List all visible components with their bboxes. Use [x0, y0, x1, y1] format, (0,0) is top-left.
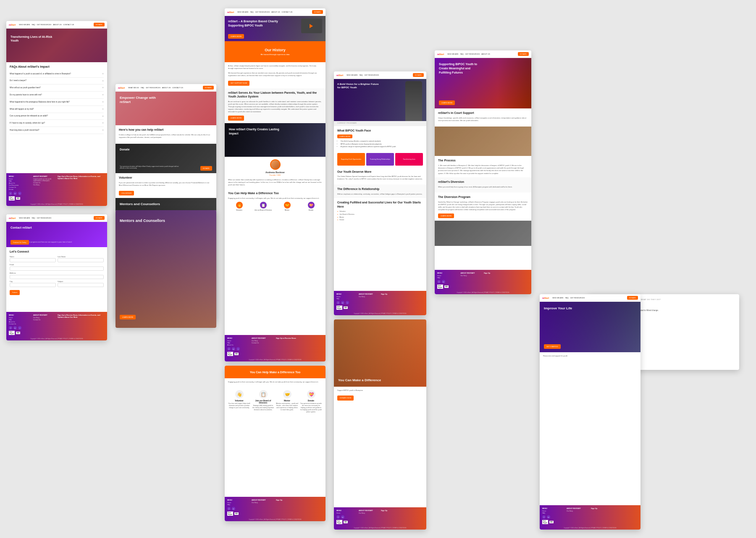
nav-about[interactable]: ABOUT US [53, 24, 61, 26]
footer-contact[interactable]: Contact Us [9, 187, 32, 188]
address-input[interactable] [10, 275, 104, 279]
video-thumbnail[interactable] [301, 18, 322, 33]
fb-icon-10[interactable]: f [336, 515, 340, 519]
ig-icon-4[interactable]: in [232, 347, 235, 351]
twitter-icon[interactable]: t [18, 192, 21, 195]
diversion-learn-btn[interactable]: LEARN MORE [438, 214, 454, 219]
mentor-icon-label: Mentor [276, 209, 298, 211]
ig-icon-10[interactable]: in [341, 515, 344, 519]
tw-icon-5[interactable]: t [346, 301, 349, 304]
nav-donate-btn-2[interactable]: DONATE [94, 216, 105, 220]
tw-icon-4[interactable]: t [236, 347, 240, 351]
nav-donate-btn-4[interactable]: DONATE [312, 10, 323, 14]
faq-item-4[interactable]: Do my parents have to come with me? + [10, 92, 104, 99]
diversion-prog-desc: Guided by 'Wired to Change' workshop, re… [438, 201, 528, 211]
faq-icon-3: + [102, 86, 104, 90]
improve-cta-btn[interactable]: GET STARTED [544, 344, 561, 349]
faq-item-2[interactable]: Do I need a lawyer? + [10, 78, 104, 85]
facebook-icon[interactable]: f [9, 192, 12, 195]
diff-cta-btn[interactable]: DONATE NOW [337, 396, 354, 401]
copyright-6: Copyright © 2022 reStart. | All Rights R… [435, 291, 531, 294]
faq-item-7[interactable]: Can a young person be released as an adu… [10, 113, 104, 120]
fb-icon-5[interactable]: f [336, 301, 340, 304]
current-programs-tag: CURRENT PROGRAMS [334, 121, 426, 126]
ig-icon-8[interactable]: in [232, 507, 235, 510]
nav-faq-2[interactable]: FAQ [32, 217, 35, 219]
volunteer-cta-btn[interactable]: VOLUNTEER [119, 191, 134, 196]
nav-resources[interactable]: GET RESOURCES [37, 24, 52, 26]
fb-icon-2[interactable]: f [9, 326, 12, 330]
nav-donate-btn-6[interactable]: DONATE [518, 52, 529, 56]
diversion-prog-title: The Diversion Program [438, 195, 528, 199]
ig-icon-11[interactable]: in [547, 515, 550, 519]
footer-col-11b: ABOUT RESTART Our Story [567, 507, 589, 524]
footer-about-2[interactable]: Contact Us [33, 182, 56, 184]
name-input[interactable] [10, 258, 56, 262]
footer-faq[interactable]: FAQ [9, 180, 32, 182]
faq-item-3[interactable]: Who will act as youth guardian here? + [10, 84, 104, 92]
peel-logo-10: PeelRegion [336, 520, 342, 524]
footer-about[interactable]: About Us [9, 182, 32, 184]
supporting-cta-btn[interactable]: LEARN MORE [439, 100, 455, 105]
lastname-input[interactable] [58, 258, 104, 262]
faq-item-1[interactable]: What happens if a youth is accused of, o… [10, 71, 104, 78]
nav-donate-btn-11[interactable]: DONATE [627, 296, 638, 300]
instagram-icon[interactable]: in [13, 192, 17, 195]
fb-icon-11[interactable]: f [542, 515, 546, 519]
nav-faq[interactable]: FAQ [32, 24, 35, 26]
supporting-title: Supporting BIPOC Youth to Create Meaning… [439, 62, 481, 74]
learn-more-badge[interactable]: LEARN MORE [337, 134, 352, 139]
fb-icon-8[interactable]: f [227, 507, 231, 510]
fb-icon-4[interactable]: f [227, 347, 231, 351]
copyright-4: Copyright © 2022 reStart. | All Rights R… [225, 358, 326, 361]
ig-icon-6[interactable]: in [442, 280, 445, 283]
supporting-hero: Supporting BIPOC Youth to Create Meaning… [435, 58, 531, 108]
learn-more-btn[interactable]: LEARN MORE [228, 116, 244, 121]
nav-donate-btn-3[interactable]: DONATE [203, 86, 214, 90]
contact-cta-btn[interactable]: Contact Us Today [10, 240, 29, 245]
footer-donate[interactable]: Donate [9, 189, 32, 190]
volunteer-icon: 👋 [236, 202, 243, 208]
creating-item-1: ●Volunteer [337, 211, 423, 213]
subject-input[interactable] [58, 283, 104, 287]
footer-about-1[interactable]: Largest youth-run non-profit organizatio… [33, 178, 56, 182]
faq-text-9: How long does a youth record last? [10, 129, 39, 132]
faq-item-5[interactable]: What happened to the prestigious Balance… [10, 99, 104, 106]
submit-btn[interactable]: Submit [10, 290, 20, 295]
copyright-8: Copyright © 2022 reStart. | All Rights R… [225, 518, 326, 521]
fb-icon-6[interactable]: f [437, 280, 441, 283]
ig-icon-2[interactable]: in [13, 326, 17, 330]
footer-resources[interactable]: Get Resources [9, 185, 32, 186]
nav-contact[interactable]: CONTACT US [63, 24, 74, 26]
faq-item-6[interactable]: What will happen at my trial? + [10, 106, 104, 113]
footer-col-6a: MENU Home FAQ f in PeelRegion BBII [437, 272, 459, 289]
nav-donate-btn[interactable]: DONATE [94, 23, 105, 26]
nav-resources-2[interactable]: GET RESOURCES [37, 217, 52, 219]
hero-image-1: Transforming Lives of At-Risk Youth [6, 29, 107, 62]
footer-5: MENU Home FAQ f in t PeelRegion BBII ABO… [334, 291, 426, 312]
hero-cta-btn[interactable]: LEARN MORE [228, 34, 244, 39]
footer-about-3[interactable]: Our Story [33, 184, 56, 186]
get-support-btn[interactable]: GET SUPPORT NOW [228, 81, 249, 86]
logo-6: reStart [437, 53, 444, 55]
footer-col-8a: MENU Home FAQ f in PeelRegion BBII [227, 499, 250, 516]
footer-logos-2: PeelRegion BBII [9, 331, 32, 335]
nav-who-2[interactable]: WHO WE ARE [19, 217, 30, 219]
mentors-cta-btn[interactable]: LEARN MORE [120, 315, 136, 319]
faq-item-9[interactable]: How long does a youth record last? + [10, 127, 104, 134]
form-grid: Name Last Name [10, 256, 104, 264]
ig-icon-5[interactable]: in [341, 301, 344, 304]
nav-donate-btn-5[interactable]: DONATE [413, 73, 424, 77]
faq-icon-9: + [102, 128, 104, 132]
donate-cta-btn[interactable]: DONATE [200, 166, 212, 171]
donate-icon-item: 💝 Donate [300, 202, 322, 211]
city-group: City [10, 280, 56, 289]
footer-home[interactable]: Home [9, 178, 32, 180]
faq-item-8[interactable]: If I have to stay in custody, where do I… [10, 120, 104, 127]
tw-icon-2[interactable]: t [18, 326, 21, 330]
nav-who[interactable]: WHO WE ARE [19, 24, 30, 26]
volunteer-desc: If you are passionate and want to make a… [119, 182, 213, 187]
email-input[interactable] [10, 266, 104, 271]
nav-bar-3: reStart WHAT WE DO FAQ GET RESOURCES ABO… [116, 84, 216, 92]
city-input[interactable] [10, 283, 56, 287]
